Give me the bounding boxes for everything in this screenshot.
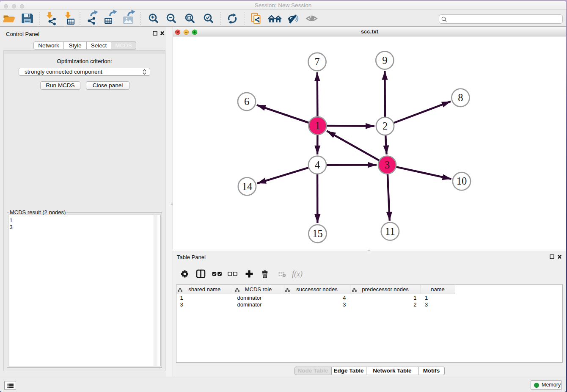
svg-text:4: 4 [315, 159, 320, 171]
svg-text:8: 8 [458, 92, 463, 103]
svg-text:15: 15 [312, 228, 323, 239]
svg-text:3: 3 [385, 159, 390, 171]
svg-text:10: 10 [457, 175, 467, 187]
svg-text:6: 6 [244, 96, 249, 107]
svg-text:f(x): f(x) [292, 270, 303, 279]
svg-text:1: 1 [315, 120, 320, 131]
svg-text:14: 14 [242, 181, 253, 192]
svg-text:11: 11 [385, 226, 395, 237]
svg-text:2: 2 [383, 120, 388, 132]
svg-text:9: 9 [382, 55, 387, 66]
svg-text:7: 7 [314, 56, 319, 67]
